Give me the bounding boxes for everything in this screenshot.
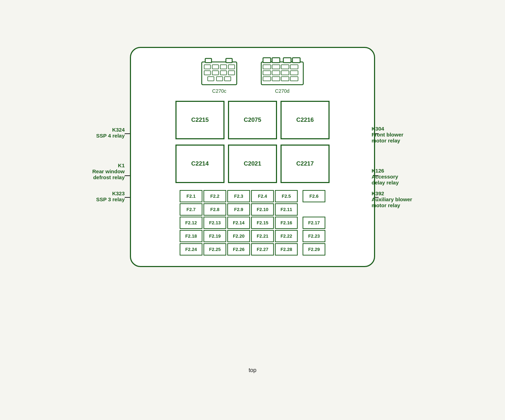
fuse-f2-24: F2.24 bbox=[180, 243, 202, 255]
fuse-row-1: F2.1 F2.2 F2.3 F2.4 F2.5 F2.6 bbox=[180, 190, 325, 202]
svg-rect-25 bbox=[216, 77, 223, 81]
relay-c2075-label: C2075 bbox=[244, 117, 261, 124]
fuse-f2-11: F2.11 bbox=[275, 203, 298, 216]
page-container: C270c bbox=[0, 0, 505, 420]
fuse-f2-4: F2.4 bbox=[251, 190, 274, 202]
fuse-f2-28: F2.28 bbox=[275, 243, 298, 255]
svg-rect-23 bbox=[228, 71, 235, 75]
relay-c2214: C2214 bbox=[175, 145, 224, 183]
fuse-f2-7: F2.7 bbox=[180, 203, 202, 216]
svg-rect-37 bbox=[272, 71, 280, 75]
relay-c2021-label: C2021 bbox=[244, 160, 261, 167]
fuse-f2-1: F2.1 bbox=[180, 190, 202, 202]
label-k392-text: K392 bbox=[372, 190, 445, 196]
connector-c270d: C270d bbox=[260, 55, 305, 94]
fuse-f2-29: F2.29 bbox=[303, 243, 325, 255]
label-k304-desc2: motor relay bbox=[372, 138, 445, 144]
fuse-f2-23: F2.23 bbox=[303, 230, 325, 242]
svg-rect-28 bbox=[263, 58, 271, 63]
label-k126-desc2: delay relay bbox=[372, 180, 445, 186]
connector-c270c-svg bbox=[200, 55, 238, 86]
fuse-f2-13: F2.13 bbox=[203, 217, 226, 229]
fuse-grid: F2.1 F2.2 F2.3 F2.4 F2.5 F2.6 F2.7 F2.8 bbox=[180, 190, 325, 255]
relay-c2021: C2021 bbox=[228, 145, 277, 183]
fuse-f2-16: F2.16 bbox=[275, 217, 298, 229]
relay-c2217-label: C2217 bbox=[296, 160, 314, 167]
label-k304: K304 Front blower motor relay bbox=[372, 126, 445, 144]
label-k1-desc1: Rear window bbox=[60, 168, 125, 174]
svg-rect-21 bbox=[212, 71, 219, 75]
label-k392-desc1: Auxiliary blower bbox=[372, 196, 445, 202]
diagram-wrapper: C270c bbox=[60, 47, 445, 373]
svg-rect-42 bbox=[281, 77, 289, 81]
relay-c2215: C2215 bbox=[175, 101, 224, 139]
svg-rect-32 bbox=[263, 65, 271, 69]
fuse-box-diagram: C270c bbox=[130, 47, 375, 267]
svg-rect-15 bbox=[226, 58, 232, 63]
svg-rect-43 bbox=[290, 77, 298, 81]
label-k1-text: K1 bbox=[60, 162, 125, 168]
svg-rect-14 bbox=[205, 58, 212, 63]
svg-rect-18 bbox=[220, 65, 227, 69]
fuse-f2-17: F2.17 bbox=[303, 217, 325, 229]
svg-rect-41 bbox=[272, 77, 280, 81]
svg-rect-31 bbox=[292, 58, 300, 63]
fuse-row-5: F2.24 F2.25 F2.26 F2.27 F2.28 F2.29 bbox=[180, 243, 325, 255]
fuse-f2-20: F2.20 bbox=[227, 230, 250, 242]
fuse-f2-3: F2.3 bbox=[227, 190, 250, 202]
fuse-f2-25: F2.25 bbox=[203, 243, 226, 255]
label-k304-desc1: Front blower bbox=[372, 132, 445, 138]
label-k1-desc2: defrost relay bbox=[60, 174, 125, 180]
svg-rect-20 bbox=[204, 71, 210, 75]
fuse-f2-5: F2.5 bbox=[275, 190, 298, 202]
label-k323: K323 SSP 3 relay bbox=[60, 190, 125, 202]
svg-rect-34 bbox=[281, 65, 289, 69]
fuse-f2-8: F2.8 bbox=[203, 203, 226, 216]
label-k392: K392 Auxiliary blower motor relay bbox=[372, 190, 445, 208]
label-k323-desc: SSP 3 relay bbox=[60, 196, 125, 202]
fuse-row-2: F2.7 F2.8 F2.9 F2.10 F2.11 bbox=[180, 203, 325, 216]
svg-rect-36 bbox=[263, 71, 271, 75]
relay-c2214-label: C2214 bbox=[191, 160, 209, 167]
fuse-f2-15: F2.15 bbox=[251, 217, 274, 229]
relay-c2215-label: C2215 bbox=[191, 117, 209, 124]
fuse-f2-12: F2.12 bbox=[180, 217, 202, 229]
relay-row-1: C2215 C2075 C2216 bbox=[141, 101, 364, 139]
label-k323-text: K323 bbox=[60, 190, 125, 196]
svg-rect-24 bbox=[208, 77, 214, 81]
connector-c270c-label: C270c bbox=[212, 88, 226, 94]
label-k324: K324 SSP 4 relay bbox=[60, 127, 125, 139]
label-k304-text: K304 bbox=[372, 126, 445, 132]
label-k126-desc1: Accessory bbox=[372, 174, 445, 180]
connectors-row: C270c bbox=[200, 55, 305, 94]
connector-c270d-label: C270d bbox=[275, 88, 289, 94]
label-k126-text: K126 bbox=[372, 168, 445, 174]
svg-rect-33 bbox=[272, 65, 280, 69]
fuse-f2-2: F2.2 bbox=[203, 190, 226, 202]
fuse-f2-27: F2.27 bbox=[251, 243, 274, 255]
fuse-f2-14: F2.14 bbox=[227, 217, 250, 229]
fuse-f2-19: F2.19 bbox=[203, 230, 226, 242]
bottom-label: top bbox=[249, 367, 256, 373]
fuse-f2-9: F2.9 bbox=[227, 203, 250, 216]
svg-rect-17 bbox=[212, 65, 219, 69]
label-k324-text: K324 bbox=[60, 127, 125, 133]
relay-row-2: C2214 C2021 C2217 bbox=[141, 145, 364, 183]
fuse-f2-10: F2.10 bbox=[251, 203, 274, 216]
label-k126: K126 Accessory delay relay bbox=[372, 168, 445, 186]
label-k392-desc2: motor relay bbox=[372, 202, 445, 208]
svg-rect-38 bbox=[281, 71, 289, 75]
svg-rect-35 bbox=[290, 65, 298, 69]
relay-c2075: C2075 bbox=[228, 101, 277, 139]
svg-rect-19 bbox=[228, 65, 235, 69]
svg-rect-22 bbox=[220, 71, 227, 75]
svg-rect-30 bbox=[283, 58, 291, 63]
fuse-row-4: F2.18 F2.19 F2.20 F2.21 F2.22 F2.23 bbox=[180, 230, 325, 242]
fuse-f2-26: F2.26 bbox=[227, 243, 250, 255]
main-box: C270c bbox=[130, 47, 375, 267]
connector-c270d-svg bbox=[260, 55, 305, 86]
svg-rect-39 bbox=[290, 71, 298, 75]
relay-c2217: C2217 bbox=[281, 145, 330, 183]
relay-c2216: C2216 bbox=[281, 101, 330, 139]
label-k324-desc: SSP 4 relay bbox=[60, 133, 125, 139]
